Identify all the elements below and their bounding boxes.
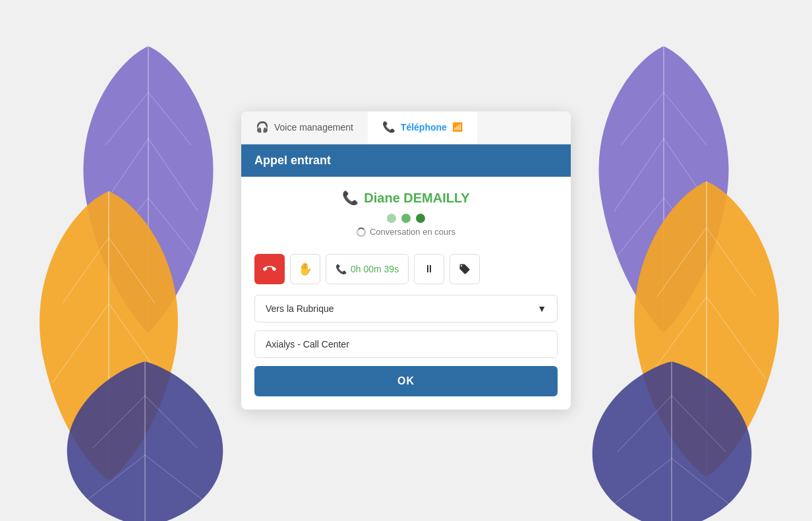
phone-icon: 📞: [382, 121, 395, 133]
chevron-down-icon: ▼: [537, 303, 546, 314]
svg-line-34: [618, 396, 672, 452]
svg-line-32: [707, 379, 756, 448]
main-card-wrapper: 🎧 Voice management 📞 Téléphone 📶 Appel e…: [241, 111, 571, 410]
caller-name-text: Diane DEMAILLY: [364, 191, 469, 206]
svg-line-15: [92, 396, 145, 448]
actions-row: ✋ 📞 0h 00m 39s ⏸: [241, 254, 571, 295]
call-card: 🎧 Voice management 📞 Téléphone 📶 Appel e…: [241, 111, 571, 410]
svg-line-37: [672, 458, 732, 506]
headset-icon: 🎧: [256, 121, 269, 133]
pause-button[interactable]: ⏸: [414, 254, 444, 284]
svg-line-17: [86, 455, 145, 501]
svg-line-5: [96, 198, 148, 264]
dot-2: [401, 214, 411, 223]
pause-icon: ⏸: [424, 263, 434, 275]
svg-line-3: [99, 138, 148, 211]
svg-line-24: [611, 198, 664, 264]
svg-line-18: [145, 455, 204, 501]
svg-line-13: [109, 383, 155, 448]
svg-line-35: [672, 396, 726, 452]
svg-line-1: [105, 92, 148, 145]
svg-line-20: [621, 92, 664, 145]
dropdown-section: Vers la Rubrique ▼: [241, 295, 571, 330]
dot-3: [416, 214, 425, 223]
hand-icon: ✋: [298, 262, 312, 276]
svg-line-2: [148, 92, 191, 145]
svg-line-30: [707, 297, 766, 379]
timer-button[interactable]: 📞 0h 00m 39s: [326, 254, 409, 284]
tab-voice-management[interactable]: 🎧 Voice management: [241, 111, 368, 144]
status-label: Conversation en cours: [370, 227, 455, 237]
svg-line-9: [109, 237, 155, 303]
timer-phone-icon: 📞: [335, 264, 347, 274]
dot-1: [387, 214, 396, 223]
svg-line-29: [647, 297, 707, 379]
status-dots: [254, 214, 558, 223]
svg-line-22: [614, 138, 664, 211]
svg-line-27: [657, 228, 707, 297]
text-field-section: Axialys - Call Center: [241, 330, 571, 366]
hangup-button[interactable]: [254, 254, 285, 284]
card-body: Appel entrant 📞 Diane DEMAILLY Conversat…: [241, 144, 571, 410]
svg-line-21: [664, 92, 707, 145]
svg-line-36: [611, 458, 672, 506]
svg-line-8: [63, 237, 109, 303]
tab-voice-management-label: Voice management: [274, 122, 353, 133]
status-text-row: Conversation en cours: [254, 227, 558, 237]
svg-line-28: [707, 228, 756, 297]
svg-line-12: [63, 383, 109, 448]
ok-button[interactable]: OK: [254, 366, 558, 396]
spinner-icon: [357, 228, 366, 237]
call-center-field: Axialys - Call Center: [254, 330, 558, 358]
svg-line-6: [148, 198, 201, 264]
svg-line-25: [664, 198, 716, 264]
call-center-text: Axialys - Call Center: [266, 339, 349, 350]
svg-line-16: [145, 396, 198, 448]
call-header: Appel entrant: [241, 144, 571, 177]
tab-telephone[interactable]: 📞 Téléphone 📶: [368, 111, 477, 144]
rubrique-dropdown[interactable]: Vers la Rubrique ▼: [254, 295, 558, 322]
caller-name: 📞 Diane DEMAILLY: [254, 190, 558, 206]
hand-button[interactable]: ✋: [290, 254, 320, 284]
tab-telephone-label: Téléphone: [401, 122, 447, 133]
caller-phone-icon: 📞: [342, 190, 359, 206]
svg-line-10: [53, 303, 109, 383]
ok-button-label: OK: [397, 375, 415, 386]
tag-button[interactable]: [450, 254, 480, 284]
tab-bar: 🎧 Voice management 📞 Téléphone 📶: [241, 111, 571, 144]
wifi-icon: 📶: [452, 122, 463, 132]
dropdown-label: Vers la Rubrique: [266, 303, 334, 314]
timer-text: 0h 00m 39s: [351, 264, 399, 274]
svg-line-4: [148, 138, 198, 211]
svg-line-31: [657, 379, 707, 448]
svg-line-23: [664, 138, 713, 211]
ok-section: OK: [241, 366, 571, 410]
svg-line-11: [109, 303, 165, 383]
call-header-text: Appel entrant: [254, 154, 331, 167]
caller-section: 📞 Diane DEMAILLY Conversation en cours: [241, 177, 571, 254]
